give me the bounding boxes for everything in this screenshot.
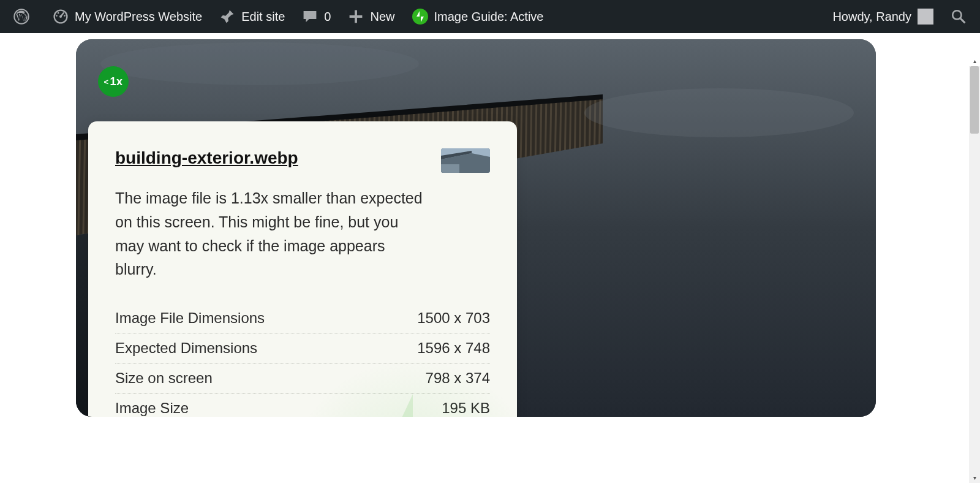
stat-label: Size on screen (115, 370, 213, 387)
svg-point-20 (100, 42, 419, 85)
hero-image: < 1x building-exterior.webp The image fi… (76, 39, 876, 417)
svg-point-5 (58, 12, 59, 14)
image-guide-description: The image file is 1.13x smaller than exp… (115, 186, 428, 281)
image-guide-toggle[interactable]: Image Guide: Active (404, 0, 552, 33)
dashboard-icon (53, 9, 69, 25)
avatar (918, 9, 933, 25)
page-content: < 1x building-exterior.webp The image fi… (0, 33, 980, 483)
edit-site-label: Edit site (241, 10, 285, 24)
image-filename-link[interactable]: building-exterior.webp (115, 148, 298, 168)
stat-value: 195 KB (442, 400, 490, 417)
new-content-menu[interactable]: New (339, 0, 403, 33)
wp-admin-bar: My WordPress Website Edit site 0 New Ima… (0, 0, 980, 33)
plus-icon (348, 9, 364, 25)
badge-prefix: < (104, 77, 108, 86)
svg-point-11 (952, 10, 961, 19)
svg-point-4 (56, 15, 58, 17)
site-title: My WordPress Website (75, 10, 202, 24)
scale-badge[interactable]: < 1x (98, 66, 129, 97)
badge-value: 1x (110, 75, 123, 88)
stat-value: 1500 x 703 (417, 310, 490, 327)
wp-logo-menu[interactable] (5, 0, 44, 33)
page-scrollbar[interactable]: ▴ ▾ (969, 66, 980, 483)
site-menu[interactable]: My WordPress Website (44, 0, 211, 33)
stat-row: Size on screen 798 x 374 (115, 363, 490, 394)
scroll-thumb[interactable] (970, 66, 979, 134)
my-account-menu[interactable]: Howdy, Randy (824, 0, 942, 33)
comments-link[interactable]: 0 (293, 0, 339, 33)
jetpack-icon (412, 9, 428, 25)
image-guide-label: Image Guide: Active (434, 10, 544, 24)
svg-rect-8 (350, 15, 363, 18)
comment-icon (302, 9, 318, 25)
image-thumbnail[interactable] (441, 148, 490, 173)
stat-label: Expected Dimensions (115, 340, 257, 357)
svg-line-3 (61, 13, 64, 17)
svg-rect-26 (441, 164, 459, 173)
stat-label: Image File Dimensions (115, 310, 265, 327)
svg-line-12 (960, 18, 965, 23)
svg-marker-9 (417, 11, 420, 17)
pin-icon (219, 9, 235, 25)
stat-value: 1596 x 748 (417, 340, 490, 357)
wordpress-icon (13, 9, 29, 25)
stat-row: Expected Dimensions 1596 x 748 (115, 333, 490, 363)
scroll-up-arrow[interactable]: ▴ (969, 55, 980, 66)
new-label: New (370, 10, 394, 24)
svg-point-6 (64, 15, 66, 17)
svg-marker-10 (421, 17, 424, 22)
stat-row: Image Size 195 KB (115, 394, 490, 417)
image-stats-table: Image File Dimensions 1500 x 703 Expecte… (115, 303, 490, 417)
adminbar-search[interactable] (942, 0, 975, 33)
scroll-down-arrow[interactable]: ▾ (969, 472, 980, 483)
edit-site-link[interactable]: Edit site (211, 0, 293, 33)
image-guide-popup: building-exterior.webp The image file is… (88, 121, 517, 417)
comments-count: 0 (324, 10, 331, 24)
stat-value: 798 x 374 (426, 370, 490, 387)
search-icon (951, 9, 967, 25)
stat-label: Image Size (115, 400, 189, 417)
howdy-label: Howdy, Randy (832, 10, 911, 24)
stat-row: Image File Dimensions 1500 x 703 (115, 303, 490, 333)
svg-point-19 (584, 88, 854, 137)
